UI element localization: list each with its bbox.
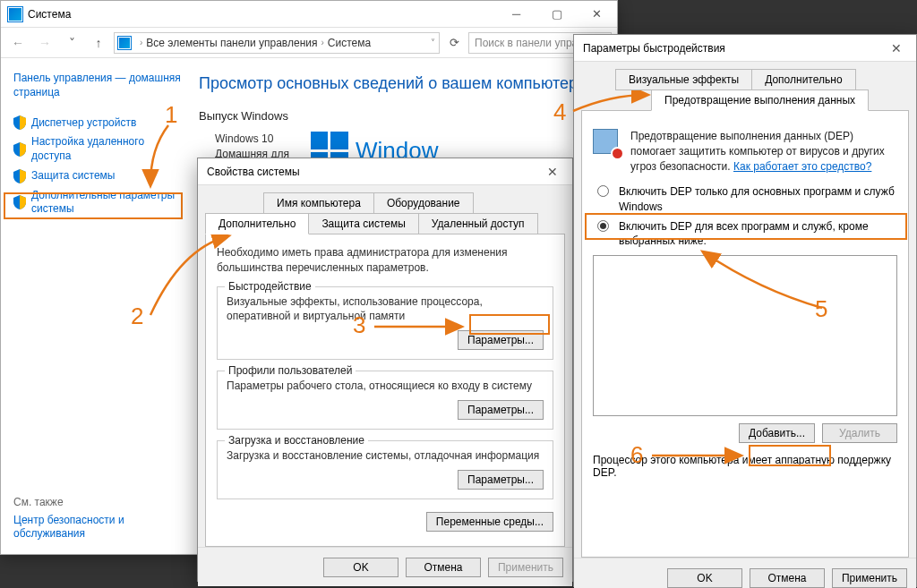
tab-advanced[interactable]: Дополнительно [205, 213, 309, 234]
tab-row-1: Визуальные эффекты Дополнительно [581, 69, 909, 89]
tab-system-protection[interactable]: Защита системы [308, 213, 418, 234]
sidebar-item-remote-settings[interactable]: Настройка удаленного доступа [13, 135, 184, 163]
system-icon [118, 37, 131, 49]
tab-computer-name[interactable]: Имя компьютера [263, 192, 374, 214]
ok-button[interactable]: OK [667, 568, 742, 588]
sidebar-item-label: Настройка удаленного доступа [31, 135, 184, 163]
ok-button[interactable]: OK [323, 558, 399, 577]
tab-remote[interactable]: Удаленный доступ [418, 213, 538, 234]
sidebar: Панель управления — домашняя страница Ди… [1, 58, 184, 554]
dep-info-text: Предотвращение выполнения данных (DEP) п… [630, 129, 897, 174]
tab-panel-dep: Предотвращение выполнения данных (DEP) п… [581, 110, 909, 558]
sidebar-item-label: Диспетчер устройств [31, 116, 136, 131]
performance-settings-button[interactable]: Параметры... [458, 330, 544, 350]
tab-row-2: Дополнительно Защита системы Удаленный д… [205, 213, 565, 234]
tab-row-2: Предотвращение выполнения данных [581, 89, 909, 110]
dep-info-icon [593, 129, 621, 158]
window-title: Система [28, 8, 496, 21]
page-heading: Просмотр основных сведений о вашем компь… [199, 74, 603, 93]
remove-button[interactable]: Удалить [822, 423, 897, 443]
sidebar-item-label: Дополнительные параметры системы [31, 189, 184, 217]
breadcrumb[interactable]: › Все элементы панели управления › Систе… [114, 32, 440, 54]
cancel-button[interactable]: Отмена [750, 568, 825, 588]
chevron-right-icon: › [321, 38, 323, 47]
dialog-button-bar: OK Отмена Применить [574, 558, 916, 588]
see-also-label: См. также [13, 496, 175, 508]
group-legend: Загрузка и восстановление [225, 434, 368, 447]
tab-dep[interactable]: Предотвращение выполнения данных [651, 89, 869, 111]
add-button[interactable]: Добавить... [739, 423, 815, 443]
dialog-button-bar: OK Отмена Применить [198, 547, 572, 586]
refresh-button[interactable]: ⟳ [443, 32, 465, 54]
sidebar-item-advanced-system-settings[interactable]: Дополнительные параметры системы [13, 189, 184, 217]
edition-heading: Выпуск Windows [199, 109, 603, 123]
radio-dep-all-except[interactable]: Включить DEP для всех программ и служб, … [593, 219, 897, 248]
shield-icon [13, 142, 26, 157]
back-button[interactable]: ← [6, 31, 30, 55]
chevron-down-icon[interactable]: ˅ [431, 38, 435, 47]
sidebar-home-link[interactable]: Панель управления — домашняя страница [13, 71, 184, 99]
shield-icon [13, 115, 26, 130]
sidebar-item-label: Защита системы [31, 169, 115, 183]
titlebar[interactable]: Свойства системы ✕ [198, 158, 572, 185]
breadcrumb-root[interactable]: Все элементы панели управления [146, 37, 317, 49]
dialog-title: Свойства системы [207, 166, 533, 178]
dialog-title: Параметры быстродействия [583, 42, 877, 55]
profiles-settings-button[interactable]: Параметры... [458, 400, 544, 420]
close-button[interactable]: ✕ [577, 1, 617, 28]
radio-label: Включить DEP только для основных програм… [619, 184, 897, 213]
up-button[interactable]: ˅ [60, 31, 83, 55]
dep-footer-note: Процессор этого компьютера имеет аппарат… [593, 454, 897, 479]
titlebar[interactable]: Параметры быстродействия ✕ [574, 35, 916, 62]
tab-row-1: Имя компьютера Оборудование [205, 192, 565, 213]
cancel-button[interactable]: Отмена [406, 558, 481, 577]
maximize-button[interactable]: ▢ [536, 1, 577, 28]
group-desc: Визуальные эффекты, использование процес… [227, 294, 544, 323]
chevron-right-icon: › [140, 38, 142, 47]
close-button[interactable]: ✕ [533, 158, 572, 185]
radio-label: Включить DEP для всех программ и служб, … [619, 219, 897, 248]
system-properties-dialog: Свойства системы ✕ Имя компьютера Оборуд… [197, 158, 573, 582]
group-desc: Загрузка и восстановление системы, отлад… [227, 448, 544, 463]
apply-button[interactable]: Применить [488, 558, 563, 577]
tab-advanced[interactable]: Дополнительно [751, 69, 855, 90]
startup-settings-button[interactable]: Параметры... [458, 470, 544, 490]
dep-how-link[interactable]: Как работает это средство? [733, 160, 871, 173]
apply-button[interactable]: Применить [832, 568, 907, 588]
tab-panel-advanced: Необходимо иметь права администратора дл… [205, 234, 565, 547]
env-vars-button[interactable]: Переменные среды... [426, 512, 553, 532]
shield-icon [13, 195, 26, 209]
group-performance: Быстродействие Визуальные эффекты, испол… [217, 286, 553, 360]
sidebar-item-label: Центр безопасности и обслуживания [13, 514, 175, 541]
group-startup-recovery: Загрузка и восстановление Загрузка и вос… [217, 440, 553, 499]
system-icon [8, 7, 22, 21]
group-user-profiles: Профили пользователей Параметры рабочего… [217, 371, 553, 430]
titlebar[interactable]: Система ─ ▢ ✕ [1, 1, 617, 28]
address-bar: ← → ˅ ↑ › Все элементы панели управления… [1, 28, 617, 58]
edition-value: Windows 10 [215, 132, 289, 147]
group-legend: Профили пользователей [225, 364, 356, 377]
sidebar-item-system-protection[interactable]: Защита системы [13, 169, 184, 183]
shield-icon [13, 169, 26, 183]
breadcrumb-current[interactable]: Система [328, 37, 371, 49]
close-button[interactable]: ✕ [877, 35, 916, 62]
sidebar-see-also-link[interactable]: Центр безопасности и обслуживания [13, 514, 175, 541]
tab-visual-effects[interactable]: Визуальные эффекты [615, 69, 752, 90]
group-legend: Быстродействие [225, 280, 315, 293]
dep-exceptions-list[interactable] [593, 255, 897, 416]
radio-dep-essential[interactable]: Включить DEP только для основных програм… [593, 184, 897, 213]
minimize-button[interactable]: ─ [496, 1, 536, 28]
up-arrow-button[interactable]: ↑ [87, 31, 110, 55]
forward-button[interactable]: → [33, 31, 56, 55]
admin-note: Необходимо иметь права администратора дл… [217, 245, 553, 276]
sidebar-item-device-manager[interactable]: Диспетчер устройств [13, 115, 184, 130]
performance-options-dialog: Параметры быстродействия ✕ Визуальные эф… [573, 34, 917, 587]
tab-hardware[interactable]: Оборудование [373, 192, 474, 214]
group-desc: Параметры рабочего стола, относящиеся ко… [227, 379, 544, 393]
